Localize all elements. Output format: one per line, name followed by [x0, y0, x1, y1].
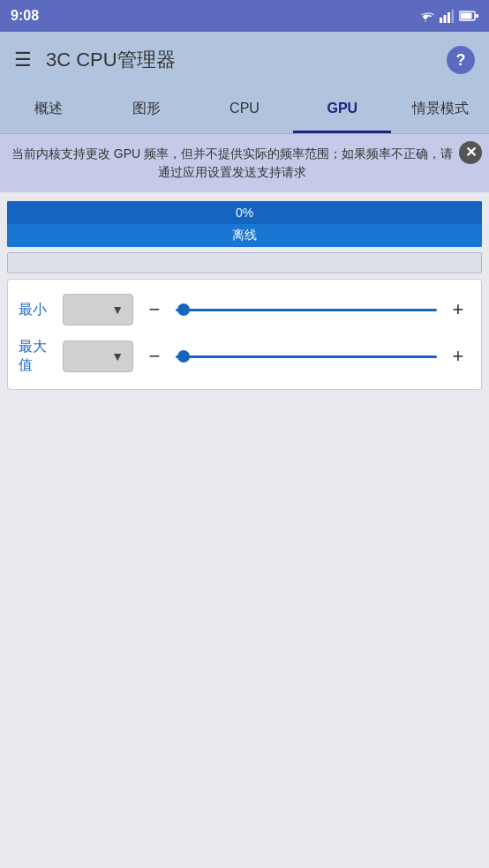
close-warning-button[interactable]: ✕ — [459, 141, 482, 164]
max-decrease-button[interactable]: − — [142, 344, 167, 369]
settings-card: 最小 ▼ − + 最大值 ▼ − + — [7, 279, 482, 390]
progress-container: 0% 离线 — [7, 201, 482, 247]
progress-bar-percentage: 0% — [7, 201, 482, 224]
min-label: 最小 — [19, 301, 54, 319]
min-slider[interactable] — [176, 297, 437, 322]
min-setting-row: 最小 ▼ − + — [19, 294, 470, 326]
warning-banner: 当前内核支持更改 GPU 频率，但并不提供实际的频率范围；如果频率不正确，请通过… — [0, 134, 489, 192]
svg-rect-5 — [461, 13, 472, 19]
help-button[interactable]: ? — [447, 46, 475, 74]
app-bar: ☰ 3C CPU管理器 ? — [0, 32, 489, 88]
min-increase-button[interactable]: + — [446, 297, 470, 322]
wifi-icon — [417, 9, 434, 23]
max-increase-button[interactable]: + — [446, 344, 470, 369]
content-area: 当前内核支持更改 GPU 频率，但并不提供实际的频率范围；如果频率不正确，请通过… — [0, 134, 489, 868]
status-bar: 9:08 — [0, 0, 489, 32]
offline-label: 离线 — [232, 228, 257, 243]
divider-line — [7, 252, 482, 273]
min-dropdown[interactable]: ▼ — [63, 294, 133, 326]
tab-bar: 概述 图形 CPU GPU 情景模式 — [0, 88, 489, 134]
max-dropdown-arrow: ▼ — [111, 349, 124, 363]
max-slider-track — [176, 355, 437, 358]
progress-label: 0% — [236, 206, 253, 220]
tab-scene[interactable]: 情景模式 — [391, 88, 489, 133]
max-slider-thumb — [177, 350, 190, 363]
max-slider[interactable] — [176, 344, 437, 369]
progress-bar-offline: 离线 — [7, 224, 482, 247]
svg-rect-2 — [448, 12, 450, 23]
svg-rect-3 — [452, 10, 455, 23]
svg-rect-6 — [476, 14, 478, 18]
max-dropdown[interactable]: ▼ — [63, 340, 133, 372]
svg-rect-0 — [440, 18, 442, 23]
min-slider-thumb — [177, 303, 190, 316]
status-icons — [417, 9, 478, 23]
max-setting-row: 最大值 ▼ − + — [19, 338, 470, 375]
menu-icon[interactable]: ☰ — [14, 49, 32, 71]
tab-gpu[interactable]: GPU — [293, 88, 391, 133]
min-decrease-button[interactable]: − — [142, 297, 167, 322]
svg-rect-1 — [444, 15, 447, 23]
tab-cpu[interactable]: CPU — [196, 88, 294, 133]
status-time: 9:08 — [11, 8, 39, 24]
app-title: 3C CPU管理器 — [46, 47, 433, 73]
signal-icon — [440, 9, 454, 23]
min-slider-track — [176, 309, 437, 311]
battery-icon — [459, 11, 478, 21]
max-label: 最大值 — [19, 338, 54, 375]
tab-overview[interactable]: 概述 — [0, 88, 98, 133]
tab-graph[interactable]: 图形 — [98, 88, 196, 133]
min-dropdown-arrow: ▼ — [111, 303, 124, 317]
warning-text: 当前内核支持更改 GPU 频率，但并不提供实际的频率范围；如果频率不正确，请通过… — [11, 146, 453, 179]
